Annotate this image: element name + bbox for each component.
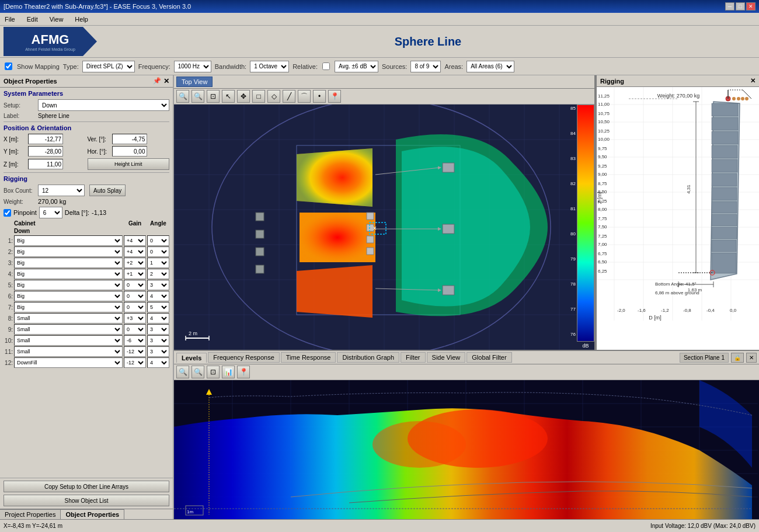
- angle-header: Angle: [147, 220, 169, 227]
- cabinet-select-7[interactable]: Big: [14, 302, 123, 312]
- cabinet-select-3[interactable]: Big: [14, 258, 123, 268]
- copy-setup-button[interactable]: Copy Setup to Other Line Arrays: [4, 481, 169, 492]
- z-input[interactable]: [28, 159, 63, 169]
- zoom-in-button[interactable]: 🔍: [176, 90, 189, 103]
- dot-button[interactable]: •: [313, 90, 326, 103]
- tab-frequency[interactable]: Frequency Response: [208, 352, 280, 363]
- cabinet-select-4[interactable]: Big: [14, 269, 123, 279]
- gain-select-8[interactable]: +3: [124, 313, 146, 324]
- cabinet-select-10[interactable]: Small: [14, 335, 123, 346]
- angle-select-11[interactable]: 3: [147, 346, 169, 357]
- panel-close-icon[interactable]: ✕: [163, 77, 169, 85]
- auto-splay-button[interactable]: Auto Splay: [89, 185, 126, 196]
- pin-button[interactable]: 📍: [328, 90, 341, 103]
- areas-select[interactable]: All Areas (6): [466, 61, 514, 72]
- maximize-button[interactable]: □: [736, 2, 745, 11]
- angle-select-10[interactable]: 3: [147, 335, 169, 346]
- fit-button[interactable]: ⊡: [207, 90, 220, 103]
- angle-select-9[interactable]: 3: [147, 324, 169, 335]
- box-count-select[interactable]: 12: [38, 185, 85, 196]
- gain-select-7[interactable]: 0: [124, 302, 146, 312]
- menu-file[interactable]: File: [2, 15, 18, 24]
- angle-select-4[interactable]: 2: [147, 269, 169, 279]
- section-plane-lock[interactable]: 🔒: [731, 353, 744, 363]
- gain-select-12[interactable]: -12: [124, 357, 146, 368]
- close-button[interactable]: ✕: [746, 2, 755, 11]
- menu-help[interactable]: Help: [72, 15, 90, 24]
- bottom-fit[interactable]: ⊡: [207, 366, 220, 378]
- line-button[interactable]: ╱: [283, 90, 295, 103]
- gain-select-2[interactable]: +4: [124, 246, 146, 257]
- bottom-zoom-out[interactable]: 🔍: [192, 366, 204, 378]
- object-props-tab[interactable]: Object Properties: [61, 509, 124, 519]
- sources-select[interactable]: 8 of 9: [410, 61, 441, 72]
- gain-select-11[interactable]: -12: [124, 346, 146, 357]
- tab-levels[interactable]: Levels: [176, 353, 207, 363]
- rect-button[interactable]: □: [252, 90, 265, 103]
- top-view-tab[interactable]: Top View: [176, 77, 213, 87]
- cabinet-select-2[interactable]: Big: [14, 246, 123, 257]
- angle-select-6[interactable]: 4: [147, 291, 169, 301]
- setup-select[interactable]: Down: [38, 99, 169, 111]
- angle-select-7[interactable]: 5: [147, 302, 169, 312]
- bottom-pin[interactable]: 📍: [237, 366, 250, 378]
- gain-select-3[interactable]: +2: [124, 258, 146, 268]
- angle-select-3[interactable]: 1: [147, 258, 169, 268]
- type-select[interactable]: Direct SPL (Z): [82, 61, 135, 72]
- tab-distribution[interactable]: Distribution Graph: [337, 352, 399, 363]
- pin-icon[interactable]: 📌: [153, 77, 161, 85]
- angle-select-1[interactable]: 0: [147, 235, 169, 246]
- show-list-button[interactable]: Show Object List: [4, 495, 169, 506]
- cabinet-select-11[interactable]: Small: [14, 346, 123, 357]
- gain-select-10[interactable]: -6: [124, 335, 146, 346]
- gain-select-9[interactable]: 0: [124, 324, 146, 335]
- cabinet-select-6[interactable]: Big: [14, 291, 123, 301]
- tab-global-filter[interactable]: Global Filter: [466, 352, 511, 363]
- view-canvas[interactable]: ✕ 2 m dB: [174, 105, 594, 350]
- angle-select-8[interactable]: 4: [147, 313, 169, 324]
- tab-side-view[interactable]: Side View: [427, 352, 466, 363]
- svg-text:11,25: 11,25: [598, 93, 610, 99]
- bottom-content[interactable]: 1m: [174, 380, 759, 519]
- zoom-out-button[interactable]: 🔍: [192, 90, 204, 103]
- cabinet-select-8[interactable]: Small: [14, 313, 123, 324]
- gain-select-1[interactable]: +4: [124, 235, 146, 246]
- select-button[interactable]: ↖: [222, 90, 235, 103]
- move-button[interactable]: ✥: [237, 90, 250, 103]
- bandwidth-select[interactable]: 1 Octave: [250, 61, 289, 72]
- gain-select-4[interactable]: +1: [124, 269, 146, 279]
- cabinet-select-5[interactable]: Big: [14, 280, 123, 290]
- cabinet-select-1[interactable]: Big: [14, 235, 123, 246]
- rigging-close-icon[interactable]: ✕: [750, 77, 755, 85]
- angle-select-12[interactable]: 4: [147, 357, 169, 368]
- minimize-button[interactable]: ─: [725, 2, 734, 11]
- poly-button[interactable]: ◇: [267, 90, 280, 103]
- gain-select-6[interactable]: 0: [124, 291, 146, 301]
- angle-select-5[interactable]: 3: [147, 280, 169, 290]
- mapping-checkbox[interactable]: [5, 62, 12, 70]
- bottom-zoom-in[interactable]: 🔍: [176, 366, 189, 378]
- pinpoint-select[interactable]: 6: [39, 207, 62, 218]
- height-limit-button[interactable]: Height Limit: [88, 158, 170, 170]
- avg-select[interactable]: Avg. ±6 dB: [335, 61, 378, 72]
- cabinet-select-9[interactable]: Small: [14, 324, 123, 335]
- tab-time[interactable]: Time Response: [281, 352, 336, 363]
- relative-checkbox[interactable]: [322, 62, 330, 70]
- bottom-chart[interactable]: 📊: [222, 366, 235, 378]
- x-input[interactable]: [28, 134, 63, 144]
- frequency-select[interactable]: 1000 Hz: [174, 61, 211, 72]
- menu-view[interactable]: View: [47, 15, 66, 24]
- hor-input[interactable]: [112, 146, 147, 157]
- bottom-view-svg: 1m: [174, 380, 759, 519]
- ver-input[interactable]: [112, 134, 147, 144]
- tab-filter[interactable]: Filter: [401, 352, 425, 363]
- cabinet-select-12[interactable]: DownFill: [14, 357, 123, 368]
- pinpoint-checkbox[interactable]: [4, 209, 11, 217]
- arc-button[interactable]: ⌒: [298, 90, 311, 103]
- angle-select-2[interactable]: 0: [147, 246, 169, 257]
- project-props-tab[interactable]: Project Properties: [0, 509, 61, 519]
- bottom-close-icon[interactable]: ✕: [746, 353, 757, 363]
- y-input[interactable]: [28, 146, 63, 157]
- menu-edit[interactable]: Edit: [25, 15, 40, 24]
- gain-select-5[interactable]: 0: [124, 280, 146, 290]
